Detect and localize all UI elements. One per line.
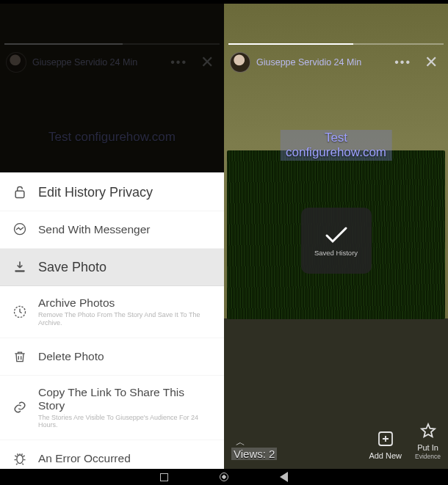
story-header: Giuseppe Servidio 24 Min ••• ✕	[230, 49, 442, 76]
avatar[interactable]	[6, 52, 26, 73]
copy-link-item[interactable]: Copy The Link To Share This Story The St…	[0, 376, 224, 441]
story-header: Giuseppe Servidio 24 Min ••• ✕	[6, 49, 218, 76]
more-icon[interactable]: •••	[167, 53, 190, 72]
star-icon	[419, 421, 438, 440]
send-messenger-label: Send With Messenger	[38, 223, 151, 236]
story-progress	[4, 43, 220, 45]
highlight-button[interactable]: Put In Evidence	[415, 421, 441, 460]
android-navbar	[0, 469, 448, 485]
more-icon[interactable]: •••	[391, 53, 414, 72]
views-label: Views: 2	[231, 448, 277, 460]
add-new-button[interactable]: Add New	[369, 429, 402, 460]
action-sheet: Edit History Privacy Send With Messenger…	[0, 174, 224, 473]
story-progress	[228, 43, 444, 45]
story-area-left: Giuseppe Servidio 24 Min ••• ✕ Test conf…	[0, 4, 224, 172]
recent-apps-button[interactable]	[160, 473, 168, 481]
messenger-icon	[12, 222, 28, 238]
avatar[interactable]	[230, 52, 250, 73]
delete-photo-item[interactable]: Delete Photo	[0, 338, 224, 376]
svg-rect-2	[15, 270, 24, 272]
svg-rect-0	[15, 191, 24, 197]
svg-point-4	[17, 455, 23, 464]
watermark-text: Test configurehow.com	[0, 130, 224, 145]
copy-link-sublabel: The Stories Are Visible To Giuseppe's Au…	[38, 414, 212, 430]
error-label: An Error Occurred	[38, 452, 131, 464]
archive-label: Archive Photos	[38, 296, 115, 309]
left-screen: Giuseppe Servidio 24 Min ••• ✕ Test conf…	[0, 4, 224, 473]
check-icon	[324, 225, 349, 244]
download-icon	[12, 259, 28, 275]
copy-link-label: Copy The Link To Share This Story	[38, 386, 184, 412]
send-messenger-item[interactable]: Send With Messenger	[0, 211, 224, 249]
username-label[interactable]: Giuseppe Servidio 24 Min	[32, 57, 137, 68]
highlight-sublabel: Evidence	[415, 453, 441, 460]
bug-icon	[12, 451, 28, 467]
trash-icon	[12, 349, 28, 365]
lock-icon	[12, 184, 28, 200]
archive-sublabel: Remove The Photo From The Story And Save…	[38, 311, 212, 327]
story-progress-fill	[4, 43, 123, 45]
story-progress-fill	[228, 43, 353, 45]
save-photo-label: Save Photo	[38, 260, 106, 274]
saved-toast: Saved History	[301, 208, 372, 274]
clock-icon	[12, 304, 28, 320]
edit-privacy-label: Edit History Privacy	[38, 185, 153, 200]
save-photo-item[interactable]: Save Photo	[0, 249, 224, 286]
views-button[interactable]: ︿ Views: 2	[231, 436, 277, 460]
highlight-label: Put In	[417, 443, 438, 452]
delete-photo-label: Delete Photo	[38, 350, 104, 362]
right-screen: Giuseppe Servidio 24 Min ••• ✕ Test conf…	[224, 4, 448, 473]
watermark-text: Test configurehow.com	[280, 130, 392, 161]
add-new-label: Add New	[369, 451, 402, 460]
close-icon[interactable]: ✕	[420, 51, 442, 73]
add-new-icon	[376, 429, 395, 448]
home-button[interactable]	[220, 473, 228, 481]
username-label[interactable]: Giuseppe Servidio 24 Min	[256, 57, 361, 68]
back-button[interactable]	[280, 472, 288, 482]
close-icon[interactable]: ✕	[196, 51, 218, 73]
story-bottom-bar: ︿ Views: 2 Add New Put In Evidence	[224, 421, 448, 460]
toast-label: Saved History	[314, 249, 358, 257]
archive-photos-item[interactable]: Archive Photos Remove The Photo From The…	[0, 286, 224, 338]
edit-privacy-item[interactable]: Edit History Privacy	[0, 174, 224, 211]
link-icon	[12, 399, 28, 415]
